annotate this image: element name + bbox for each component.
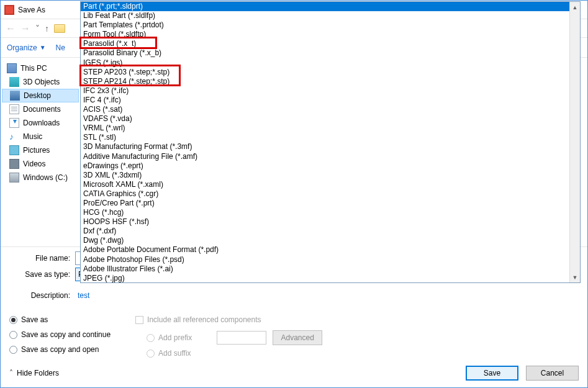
filetype-option[interactable]: Part Templates (*.prtdot) [81, 20, 569, 30]
radio-icon [9, 346, 17, 354]
radio-label: Add suffix [158, 349, 191, 358]
description-link[interactable]: test [75, 291, 89, 300]
scroll-up-button[interactable]: ▲ [570, 2, 580, 12]
filetype-option[interactable]: IFC 2x3 (*.ifc) [81, 86, 569, 96]
hide-folders-label: Hide Folders [17, 369, 59, 377]
filetype-option[interactable]: Adobe Photoshop Files (*.psd) [81, 255, 569, 264]
filetype-dropdown: Part (*.prt;*.sldprt)Lib Feat Part (*.sl… [80, 1, 581, 283]
advanced-button: Advanced [273, 330, 322, 345]
filetype-option[interactable]: Lib Feat Part (*.sldlfp) [81, 11, 569, 20]
filetype-option[interactable]: eDrawings (*.eprt) [81, 161, 569, 171]
button-label: Cancel [541, 369, 564, 377]
filetype-dropdown-list[interactable]: Part (*.prt;*.sldprt)Lib Feat Part (*.sl… [81, 2, 569, 282]
radio-icon [9, 316, 17, 324]
scroll-down-button[interactable]: ▼ [570, 272, 580, 282]
filetype-option[interactable]: Adobe Portable Document Format (*.pdf) [81, 245, 569, 255]
filetype-option[interactable]: STEP AP214 (*.step;*.stp) [81, 77, 569, 86]
saveastype-label: Save as type: [1, 270, 75, 279]
sidebar-label: Music [23, 132, 42, 141]
sidebar-label: This PC [20, 64, 47, 73]
back-arrow-icon[interactable]: ← [6, 23, 16, 34]
button-label: Save [484, 369, 500, 377]
documents-icon [9, 104, 19, 114]
organize-label: Organize [7, 43, 37, 52]
downloads-icon [9, 118, 19, 128]
sidebar-item-pictures[interactable]: Pictures [1, 143, 80, 157]
sidebar-item-3d-objects[interactable]: 3D Objects [1, 75, 80, 89]
filename-label: File name: [1, 254, 75, 263]
cancel-button[interactable]: Cancel [526, 366, 579, 381]
radio-save-copy-continue[interactable]: Save as copy and continue [9, 329, 111, 340]
filetype-option[interactable]: IGES (*.igs) [81, 58, 569, 68]
sidebar-label: Desktop [24, 91, 51, 100]
radio-add-prefix: Add prefix [147, 332, 192, 343]
checkbox-icon [135, 316, 143, 324]
app-icon [4, 5, 14, 15]
filetype-option[interactable]: Dwg (*.dwg) [81, 236, 569, 245]
cube-icon [9, 77, 19, 87]
sidebar-item-videos[interactable]: Videos [1, 157, 80, 171]
drive-icon [9, 173, 19, 183]
chevron-up-icon: ˄ [9, 369, 13, 377]
sidebar-item-this-pc[interactable]: This PC [1, 61, 80, 75]
filetype-option[interactable]: STL (*.stl) [81, 133, 569, 142]
filetype-option[interactable]: Adobe Illustrator Files (*.ai) [81, 264, 569, 274]
filetype-option[interactable]: HCG (*.hcg) [81, 208, 569, 217]
chevron-down-icon: ▼ [40, 44, 46, 51]
save-mode-group: Save as Save as copy and continue Save a… [9, 314, 111, 359]
sidebar-label: Pictures [23, 146, 50, 155]
prefix-suffix-input [217, 331, 266, 345]
radio-label: Save as [21, 315, 48, 324]
desktop-icon [10, 91, 20, 101]
sidebar-item-desktop[interactable]: Desktop [2, 89, 79, 102]
filetype-option[interactable]: VDAFS (*.vda) [81, 114, 569, 124]
filetype-option[interactable]: CATIA Graphics (*.cgr) [81, 189, 569, 199]
sidebar-label: Downloads [23, 119, 60, 127]
radio-save-copy-open[interactable]: Save as copy and open [9, 344, 111, 355]
radio-save-as[interactable]: Save as [9, 314, 111, 325]
sidebar-label: Videos [23, 160, 45, 168]
sidebar: This PC 3D Objects Desktop Documents Dow… [1, 58, 80, 246]
folder-icon [54, 24, 65, 33]
filetype-option[interactable]: IFC 4 (*.ifc) [81, 96, 569, 105]
save-button[interactable]: Save [466, 366, 518, 381]
filetype-option[interactable]: Dxf (*.dxf) [81, 227, 569, 236]
recent-chevron-icon[interactable]: ˅ [35, 24, 40, 34]
filetype-option[interactable]: Part (*.prt;*.sldprt) [81, 2, 569, 11]
forward-arrow-icon: → [20, 23, 30, 34]
include-all-checkbox: Include all referenced components [135, 314, 322, 325]
sidebar-item-documents[interactable]: Documents [1, 102, 80, 116]
sidebar-item-downloads[interactable]: Downloads [1, 116, 80, 130]
filetype-option[interactable]: Microsoft XAML (*.xaml) [81, 180, 569, 189]
sidebar-label: Windows (C:) [23, 173, 68, 182]
organize-menu[interactable]: Organize ▼ [7, 43, 46, 52]
music-icon: ♪ [9, 132, 19, 142]
dropdown-scrollbar[interactable]: ▲ ▼ [569, 2, 580, 282]
options-area: Save as Save as copy and continue Save a… [1, 308, 587, 359]
sidebar-label: Documents [23, 105, 61, 114]
radio-icon [9, 331, 17, 339]
sidebar-item-music[interactable]: ♪ Music [1, 130, 80, 143]
new-folder-button[interactable]: Ne [56, 43, 65, 52]
footer: ˄ Hide Folders Save Cancel [1, 359, 587, 387]
filetype-option[interactable]: ProE/Creo Part (*.prt) [81, 199, 569, 208]
filetype-option[interactable]: VRML (*.wrl) [81, 124, 569, 133]
filetype-option[interactable]: Form Tool (*.sldftp) [81, 30, 569, 39]
filetype-option[interactable]: 3D Manufacturing Format (*.3mf) [81, 142, 569, 151]
filetype-option[interactable]: HOOPS HSF (*.hsf) [81, 217, 569, 227]
filetype-option[interactable]: JPEG (*.jpg) [81, 274, 569, 282]
radio-add-suffix: Add suffix [147, 348, 322, 359]
new-folder-label: Ne [56, 43, 65, 52]
hide-folders-toggle[interactable]: ˄ Hide Folders [9, 369, 59, 377]
filetype-option[interactable]: Parasolid Binary (*.x_b) [81, 48, 569, 58]
filetype-option[interactable]: Additive Manufacturing File (*.amf) [81, 152, 569, 161]
filetype-option[interactable]: Parasolid (*.x_t) [81, 39, 569, 48]
pc-icon [7, 63, 17, 73]
filetype-option[interactable]: 3D XML (*.3dxml) [81, 171, 569, 180]
sidebar-label: 3D Objects [23, 78, 60, 86]
filetype-option[interactable]: STEP AP203 (*.step;*.stp) [81, 68, 569, 77]
up-level-icon[interactable]: ↑ [45, 24, 49, 34]
window-title: Save As [18, 6, 45, 14]
sidebar-item-windows-c[interactable]: Windows (C:) [1, 171, 80, 184]
filetype-option[interactable]: ACIS (*.sat) [81, 105, 569, 114]
